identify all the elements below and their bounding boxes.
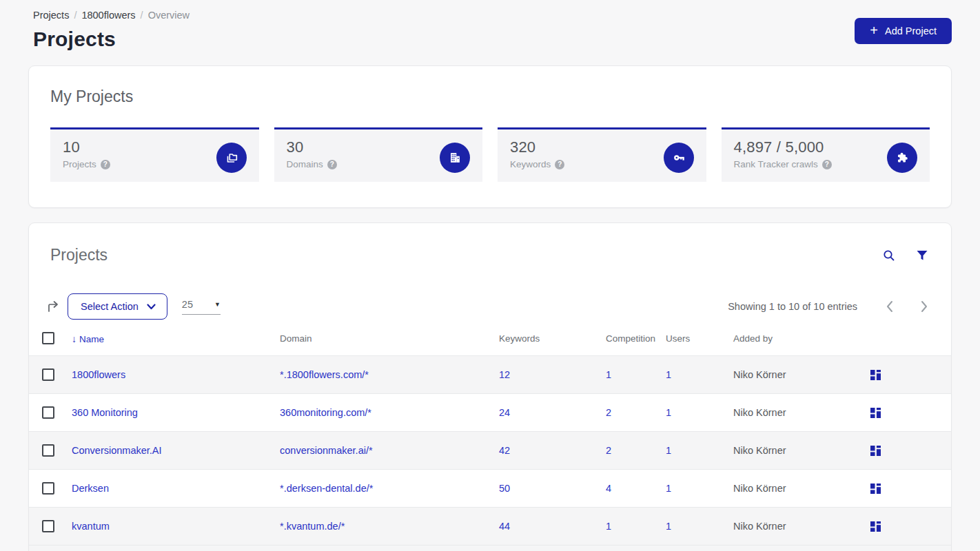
column-header-keywords[interactable]: Keywords [499, 333, 606, 344]
add-project-button[interactable]: + Add Project [855, 18, 952, 44]
users-count[interactable]: 1 [666, 369, 733, 380]
caret-down-icon: ▼ [214, 301, 221, 308]
stat-tile-crawls: 4,897 / 5,000 Rank Tracker crawls ? [722, 127, 930, 182]
project-name-link[interactable]: 1800flowers [72, 369, 280, 380]
projects-table: ↓ Name Domain Keywords Competition Users… [29, 333, 951, 551]
table-row-partial [29, 545, 951, 551]
users-count[interactable]: 1 [666, 483, 733, 494]
domains-label: Domains [287, 159, 323, 169]
page-size-select[interactable]: 25 ▼ [182, 299, 221, 315]
crawls-label: Rank Tracker crawls [734, 159, 818, 169]
breadcrumb-overview: Overview [148, 10, 190, 21]
search-icon[interactable] [882, 249, 896, 262]
crawls-count: 4,897 / 5,000 [734, 138, 832, 156]
project-domain-link[interactable]: *.derksen-dental.de/* [280, 483, 499, 494]
table-row: kvantum *.kvantum.de/* 44 1 1 Niko Körne… [29, 508, 951, 545]
stat-text: 10 Projects ? [63, 138, 110, 169]
my-projects-card: My Projects 10 Projects ? [28, 65, 952, 208]
dashboard-icon[interactable] [870, 521, 881, 532]
row-checkbox[interactable] [42, 520, 54, 532]
plus-icon: + [870, 23, 878, 37]
users-count[interactable]: 1 [666, 445, 733, 456]
pagination-prev-icon[interactable] [886, 300, 894, 313]
row-checkbox[interactable] [42, 444, 54, 457]
table-row: Derksen *.derksen-dental.de/* 50 4 1 Nik… [29, 470, 951, 508]
users-count[interactable]: 1 [666, 521, 733, 532]
domains-icon [440, 143, 470, 173]
stat-text: 320 Keywords ? [510, 138, 564, 169]
added-by: Niko Körner [733, 483, 862, 494]
page-title: Projects [33, 28, 947, 51]
project-name-link[interactable]: kvantum [72, 521, 280, 532]
pagination-next-icon[interactable] [920, 300, 928, 313]
dashboard-icon[interactable] [870, 484, 881, 494]
stat-text: 30 Domains ? [287, 138, 337, 169]
help-icon[interactable]: ? [555, 160, 564, 169]
help-icon[interactable]: ? [101, 160, 110, 169]
export-icon[interactable] [45, 299, 61, 314]
column-header-name[interactable]: ↓ Name [72, 333, 280, 344]
keywords-count[interactable]: 24 [499, 407, 606, 418]
select-action-dropdown[interactable]: Select Action [68, 293, 167, 320]
help-icon[interactable]: ? [327, 160, 337, 169]
sort-descending-icon: ↓ [72, 333, 76, 344]
my-projects-title: My Projects [50, 87, 930, 106]
users-count[interactable]: 1 [666, 407, 733, 418]
keywords-count[interactable]: 50 [499, 483, 606, 494]
keywords-count[interactable]: 12 [499, 369, 606, 380]
page-root: Projects / 1800flowers / Overview Projec… [0, 0, 980, 551]
breadcrumb-projects[interactable]: Projects [33, 10, 69, 21]
project-domain-link[interactable]: 360monitoring.com/* [280, 407, 499, 418]
stat-text: 4,897 / 5,000 Rank Tracker crawls ? [734, 138, 832, 169]
chevron-down-icon [147, 304, 156, 310]
project-domain-link[interactable]: conversionmaker.ai/* [280, 445, 499, 456]
table-toolbar: Select Action 25 ▼ Showing 1 to 10 of 10… [29, 293, 951, 320]
table-header-row: ↓ Name Domain Keywords Competition Users… [29, 333, 951, 356]
stat-tile-projects: 10 Projects ? [50, 127, 259, 182]
competition-count[interactable]: 4 [606, 483, 666, 494]
keywords-label: Keywords [510, 159, 551, 169]
breadcrumb-1800flowers[interactable]: 1800flowers [81, 10, 135, 21]
projects-count: 10 [63, 138, 110, 156]
project-name-link[interactable]: Conversionmaker.AI [72, 445, 280, 456]
add-project-label: Add Project [885, 25, 937, 37]
dashboard-icon[interactable] [870, 446, 881, 456]
top-header: Projects / 1800flowers / Overview Projec… [28, 0, 952, 51]
projects-card: Projects [28, 222, 952, 551]
filter-icon[interactable] [916, 249, 928, 262]
breadcrumb: Projects / 1800flowers / Overview [33, 10, 947, 21]
puzzle-icon [887, 143, 917, 173]
column-header-users[interactable]: Users [666, 333, 733, 344]
stat-tile-domains: 30 Domains ? [274, 127, 483, 182]
keywords-count[interactable]: 44 [499, 521, 606, 532]
project-name-link[interactable]: 360 Monitoring [72, 407, 280, 418]
row-checkbox[interactable] [42, 482, 54, 495]
competition-count[interactable]: 2 [606, 407, 666, 418]
added-by: Niko Körner [733, 521, 862, 532]
competition-count[interactable]: 1 [606, 369, 666, 380]
dashboard-icon[interactable] [870, 370, 881, 380]
row-checkbox[interactable] [42, 368, 54, 381]
projects-icon [216, 143, 247, 173]
dashboard-icon[interactable] [870, 408, 881, 418]
added-by: Niko Körner [733, 369, 862, 380]
stats-row: 10 Projects ? 30 Domai [50, 127, 930, 182]
column-header-competition[interactable]: Competition [606, 333, 666, 344]
column-header-added-by[interactable]: Added by [733, 333, 862, 344]
breadcrumb-separator: / [74, 10, 76, 21]
keywords-icon [664, 143, 694, 173]
project-domain-link[interactable]: *.1800flowers.com/* [280, 369, 499, 380]
select-action-label: Select Action [81, 301, 139, 312]
projects-panel-title: Projects [50, 246, 108, 264]
competition-count[interactable]: 2 [606, 445, 666, 456]
row-checkbox[interactable] [42, 406, 54, 419]
project-domain-link[interactable]: *.kvantum.de/* [280, 521, 499, 532]
domains-count: 30 [287, 138, 337, 156]
help-icon[interactable]: ? [822, 160, 832, 169]
competition-count[interactable]: 1 [606, 521, 666, 532]
column-header-domain[interactable]: Domain [280, 333, 499, 344]
keywords-count[interactable]: 42 [499, 445, 606, 456]
project-name-link[interactable]: Derksen [72, 483, 280, 494]
select-all-checkbox[interactable] [42, 332, 54, 344]
added-by: Niko Körner [733, 445, 862, 456]
